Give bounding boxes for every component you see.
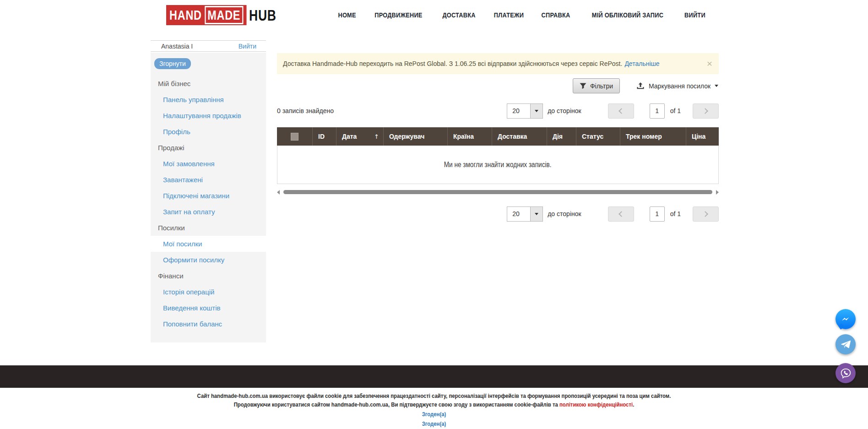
column-header-recipient[interactable]: Одержувач [384, 127, 448, 146]
sidebar-section-finance: Фінанси [151, 268, 266, 284]
scroll-left-icon[interactable] [277, 190, 280, 195]
page-of-label: of 1 [670, 210, 681, 217]
column-header-price[interactable]: Ціна [686, 127, 719, 146]
scroll-right-icon[interactable] [716, 190, 719, 195]
sort-asc-icon: ↑ [374, 133, 379, 140]
banner-close-icon[interactable]: × [707, 59, 712, 68]
per-page-select[interactable]: 20 [507, 206, 543, 222]
empty-table-message: Ми не змогли знайти жодних записів. [444, 161, 552, 169]
viber-phone-icon [840, 367, 852, 380]
pagination-bottom: 20 до сторінок of 1 [507, 206, 719, 222]
prev-page-button[interactable] [608, 206, 634, 222]
messenger-bolt-icon [840, 313, 852, 325]
select-all-checkbox[interactable] [291, 133, 298, 141]
messenger-icon[interactable] [835, 309, 856, 329]
sidebar-item-top-up-balance[interactable]: Поповнити баланс [151, 316, 266, 332]
parcel-marking-label: Маркування посилок [649, 82, 711, 90]
next-page-button[interactable] [693, 103, 719, 119]
telegram-plane-icon [840, 338, 852, 350]
sidebar-section-parcels: Посилки [151, 220, 266, 236]
footer-dark-bar [0, 365, 868, 388]
sidebar-section-sales: Продажі [151, 140, 266, 156]
column-header-action[interactable]: Дія [547, 127, 576, 146]
sidebar-section-my-business: Мій бізнес [151, 76, 266, 92]
sidebar-item-payment-request[interactable]: Запит на оплату [151, 204, 266, 220]
notification-banner: Доставка Handmade-Hub переходить на RePo… [277, 53, 719, 74]
sidebar-item-connected-shops[interactable]: Підключені магазини [151, 188, 266, 204]
sidebar-item-my-orders[interactable]: Мої замовлення [151, 156, 266, 172]
nav-logout[interactable]: ВИЙТИ [684, 11, 705, 19]
logo-text-made: MADE [205, 6, 244, 24]
upload-icon [636, 82, 645, 90]
caret-down-icon [535, 213, 538, 217]
table-header-row: ID Дата ↑ Одержувач Країна Доставка Дія … [277, 127, 719, 146]
prev-page-button[interactable] [608, 103, 634, 119]
next-page-button[interactable] [693, 206, 719, 222]
agree-link[interactable]: Згоден(а) [70, 420, 799, 428]
chevron-left-icon [618, 108, 624, 114]
sidebar-item-uploaded[interactable]: Завантажені [151, 172, 266, 188]
per-page-dropdown-button[interactable] [531, 206, 543, 222]
chevron-left-icon [618, 211, 624, 217]
sidebar-item-profile[interactable]: Профіль [151, 124, 266, 140]
per-page-label: до сторінок [548, 107, 581, 114]
sidebar-menu: Мій бізнес Панель управління Налаштуванн… [151, 76, 266, 332]
site-logo[interactable]: HAND MADE HUB [166, 5, 277, 25]
sidebar-item-dashboard[interactable]: Панель управління [151, 92, 266, 108]
username-label: Anastasia I [161, 43, 193, 50]
parcel-marking-dropdown[interactable]: Маркування посилок [636, 78, 718, 93]
cookie-notice-line1: Сайт handmade-hub.com.ua використовує фа… [70, 391, 799, 400]
banner-details-link[interactable]: Детальніше [624, 60, 659, 67]
records-found-label: 0 записів знайдено [277, 103, 334, 119]
sidebar: Згорнути Мій бізнес Панель управління На… [151, 53, 266, 342]
chevron-right-icon [702, 108, 708, 114]
column-header-track-number[interactable]: Трек номер [620, 127, 686, 146]
sidebar-item-withdraw-funds[interactable]: Виведення коштів [151, 300, 266, 316]
per-page-dropdown-button[interactable] [531, 103, 543, 119]
logo-text-hand: HAND [169, 7, 202, 23]
scrollbar-thumb[interactable] [283, 190, 712, 194]
nav-delivery[interactable]: ДОСТАВКА [442, 11, 475, 19]
column-header-country[interactable]: Країна [448, 127, 492, 146]
logout-link[interactable]: Вийти [239, 43, 256, 50]
page-of-label: of 1 [670, 107, 681, 114]
select-all-cell [277, 127, 313, 146]
chevron-right-icon [702, 211, 708, 217]
cookie-notice: Сайт handmade-hub.com.ua використовує фа… [0, 391, 868, 428]
nav-promotion[interactable]: ПРОДВИЖЕНИЕ [374, 11, 422, 19]
per-page-value: 20 [507, 206, 531, 222]
sidebar-item-create-parcel[interactable]: Оформити посилку [151, 252, 266, 268]
caret-down-icon [715, 85, 718, 89]
sidebar-item-sales-settings[interactable]: Налаштування продажів [151, 108, 266, 124]
nav-payments[interactable]: ПЛАТЕЖИ [494, 11, 523, 19]
page-number-input[interactable] [650, 206, 665, 222]
nav-my-account[interactable]: МІЙ ОБЛІКОВИЙ ЗАПИС [592, 11, 663, 19]
filters-button[interactable]: Фільтри [573, 78, 620, 93]
user-bar: Anastasia I Вийти [151, 40, 266, 52]
telegram-icon[interactable] [835, 334, 856, 354]
collapse-sidebar-button[interactable]: Згорнути [154, 58, 191, 69]
per-page-select[interactable]: 20 [507, 103, 543, 119]
column-header-date[interactable]: Дата ↑ [336, 127, 384, 146]
column-header-status[interactable]: Статус [576, 127, 620, 146]
sidebar-item-transaction-history[interactable]: Історія операцій [151, 284, 266, 300]
agree-link[interactable]: Згоден(а) [70, 410, 799, 418]
banner-text: Доставка Handmade-Hub переходить на RePo… [283, 60, 622, 67]
nav-help[interactable]: СПРАВКА [542, 11, 570, 19]
column-header-delivery[interactable]: Доставка [492, 127, 547, 146]
sidebar-item-my-parcels[interactable]: Мої посилки [151, 236, 266, 252]
page-number-input[interactable] [650, 103, 665, 119]
cookie-notice-line2: Продовжуючи користуватися сайтом handmad… [70, 400, 799, 409]
per-page-value: 20 [507, 103, 531, 119]
per-page-label: до сторінок [548, 210, 581, 217]
nav-home[interactable]: HOME [338, 11, 356, 19]
table-empty-row: Ми не змогли знайти жодних записів. [277, 146, 719, 184]
filter-funnel-icon [580, 83, 586, 89]
privacy-policy-link[interactable]: політикою конфіденційності [559, 401, 633, 408]
top-header: HAND MADE HUB HOME ПРОДВИЖЕНИЕ ДОСТАВКА … [0, 0, 868, 30]
viber-icon[interactable] [835, 363, 856, 383]
parcels-table: ID Дата ↑ Одержувач Країна Доставка Дія … [277, 127, 719, 184]
filters-button-label: Фільтри [590, 82, 613, 90]
page: HAND MADE HUB HOME ПРОДВИЖЕНИЕ ДОСТАВКА … [0, 0, 868, 429]
column-header-id[interactable]: ID [313, 127, 336, 146]
